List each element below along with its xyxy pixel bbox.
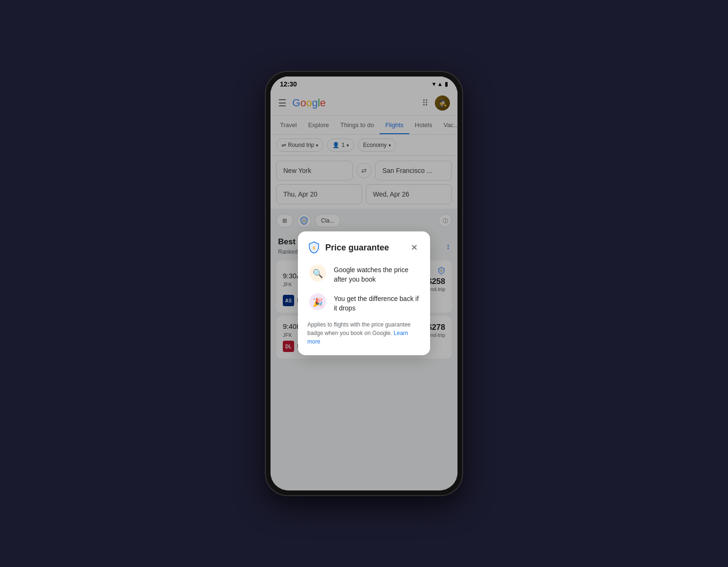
modal-footer: Applies to flights with the price guaran… xyxy=(307,320,421,346)
modal-shield-icon: $ xyxy=(307,241,321,254)
modal-watch-icon: 🔍 xyxy=(307,263,328,284)
modal-title: Price guarantee xyxy=(325,242,389,252)
svg-text:🔍: 🔍 xyxy=(313,268,323,279)
svg-text:🎉: 🎉 xyxy=(313,297,323,308)
modal-text-1: Google watches the price after you book xyxy=(334,263,421,284)
modal-close-button[interactable]: ✕ xyxy=(407,241,421,254)
price-guarantee-modal: $ Price guarantee ✕ 🔍 Google watches the… xyxy=(298,232,430,355)
modal-text-2: You get the difference back if it drops xyxy=(334,292,421,313)
phone-frame: 12:30 ▾ ▲ ▮ ☰ Google ⠿ 🕵️ Travel Expl xyxy=(265,71,463,496)
modal-header: $ Price guarantee ✕ xyxy=(307,241,421,254)
svg-text:$: $ xyxy=(313,245,315,250)
phone-screen: 12:30 ▾ ▲ ▮ ☰ Google ⠿ 🕵️ Travel Expl xyxy=(271,77,457,490)
modal-item-1: 🔍 Google watches the price after you boo… xyxy=(307,263,421,284)
modal-title-group: $ Price guarantee xyxy=(307,241,389,254)
modal-refund-icon: 🎉 xyxy=(307,292,328,312)
modal-item-2: 🎉 You get the difference back if it drop… xyxy=(307,292,421,313)
